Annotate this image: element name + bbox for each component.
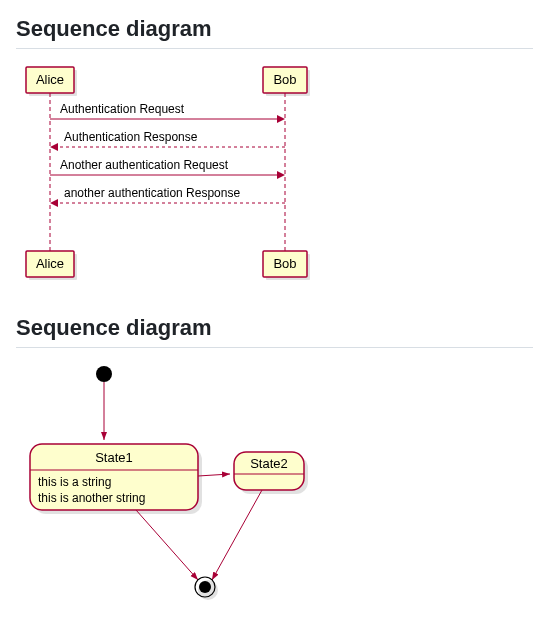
initial-state-icon [96,366,112,382]
state-name: State1 [95,450,133,465]
arrow-head-icon [50,199,58,207]
sequence-diagram: Alice Bob Authentication Request Authent… [16,57,336,287]
arrow-head-icon [277,115,285,123]
state-diagram: State1 this is a string this is another … [16,356,336,616]
actor-label: Bob [273,256,296,271]
section-title: Sequence diagram [16,16,533,49]
message-label: Another authentication Request [60,158,229,172]
sequence-diagram-section: Sequence diagram Alice Bob Authenticatio… [16,16,533,287]
state-name: State2 [250,456,288,471]
transition-arrow [136,510,198,580]
message-label: Authentication Response [64,130,198,144]
transition-arrow [212,490,262,580]
section-title: Sequence diagram [16,315,533,348]
actor-label: Alice [36,72,64,87]
final-state-icon [199,581,211,593]
state-body-line: this is a string [38,475,111,489]
arrow-head-icon [277,171,285,179]
actor-label: Bob [273,72,296,87]
message-label: Authentication Request [60,102,185,116]
state-body-line: this is another string [38,491,145,505]
arrow-head-icon [50,143,58,151]
actor-label: Alice [36,256,64,271]
transition-arrow [198,474,230,476]
message-label: another authentication Response [64,186,240,200]
state-diagram-section: Sequence diagram State1 this is a string… [16,315,533,616]
